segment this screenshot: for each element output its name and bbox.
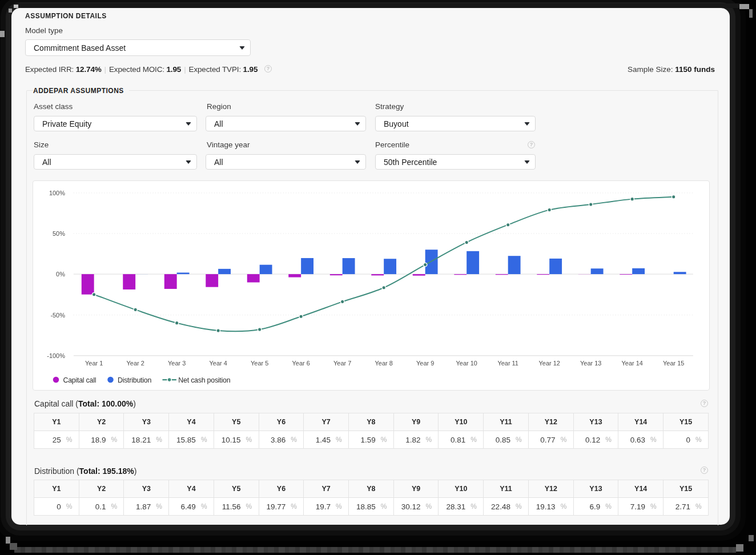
- svg-text:Capital call: Capital call: [63, 376, 96, 384]
- svg-text:Year 6: Year 6: [292, 360, 310, 367]
- svg-text:Year 10: Year 10: [456, 360, 477, 367]
- svg-text:Year 9: Year 9: [416, 360, 434, 367]
- svg-text:Year 2: Year 2: [127, 360, 144, 367]
- svg-text:Year 13: Year 13: [580, 360, 601, 367]
- svg-text:Year 8: Year 8: [375, 360, 393, 367]
- svg-text:50%: 50%: [53, 230, 65, 237]
- svg-text:Year 11: Year 11: [497, 360, 518, 367]
- svg-text:Year 7: Year 7: [333, 360, 351, 367]
- svg-text:Year 5: Year 5: [251, 360, 268, 367]
- svg-text:0%: 0%: [56, 271, 65, 278]
- svg-text:Distribution: Distribution: [118, 376, 151, 384]
- svg-text:-50%: -50%: [50, 312, 65, 319]
- svg-text:-100%: -100%: [47, 352, 65, 359]
- svg-text:Year 14: Year 14: [622, 360, 643, 367]
- svg-text:Year 3: Year 3: [168, 360, 186, 367]
- svg-text:Year 4: Year 4: [210, 360, 227, 367]
- svg-text:Year 1: Year 1: [85, 360, 103, 367]
- svg-text:Year 15: Year 15: [663, 360, 684, 367]
- svg-text:Year 12: Year 12: [539, 360, 560, 367]
- svg-text:Net cash position: Net cash position: [178, 376, 230, 384]
- svg-text:100%: 100%: [49, 190, 65, 196]
